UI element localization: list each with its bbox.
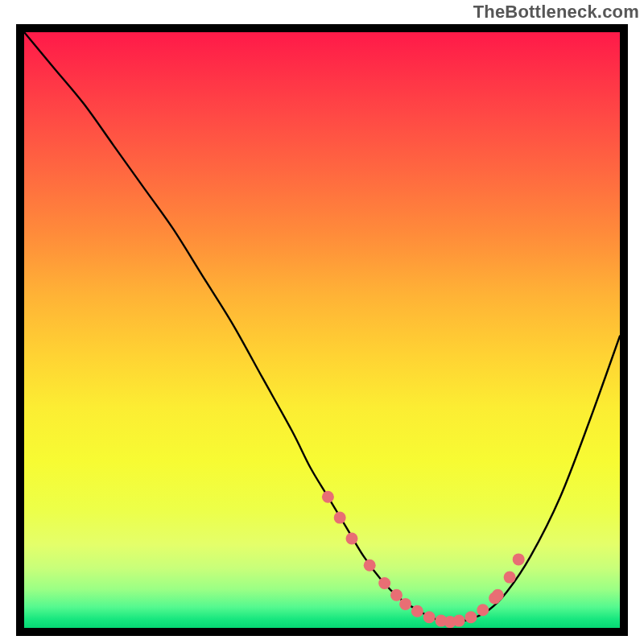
data-marker	[465, 611, 477, 623]
data-marker	[322, 491, 334, 503]
data-marker	[390, 589, 402, 601]
data-marker	[453, 615, 465, 627]
plot-border	[16, 24, 628, 636]
plot-area	[24, 32, 620, 628]
data-marker	[346, 533, 358, 545]
curve-line	[24, 32, 620, 622]
data-marker	[364, 559, 376, 572]
chart-svg	[24, 32, 620, 628]
data-marker	[492, 589, 504, 601]
data-marker	[334, 512, 346, 524]
marker-group	[322, 491, 525, 628]
attribution-text: TheBottleneck.com	[473, 2, 639, 23]
data-marker	[513, 553, 525, 565]
data-marker	[423, 611, 436, 623]
chart-frame: TheBottleneck.com	[0, 0, 644, 644]
data-marker	[411, 605, 423, 617]
data-marker	[399, 598, 411, 610]
data-marker	[378, 577, 390, 589]
data-marker	[477, 604, 489, 616]
data-marker	[504, 572, 516, 584]
